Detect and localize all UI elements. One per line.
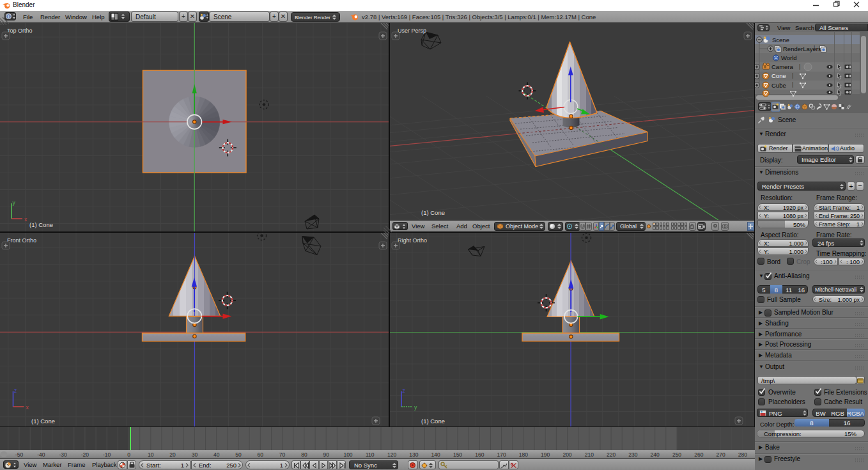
svg-text:(1) Cone: (1) Cone: [29, 221, 53, 228]
svg-text:User Persp: User Persp: [398, 27, 426, 34]
svg-text:Front Ortho: Front Ortho: [7, 237, 36, 244]
svg-text:(1) Cone: (1) Cone: [421, 418, 445, 425]
svg-text:z: z: [14, 388, 17, 394]
svg-text:Right Ortho: Right Ortho: [398, 237, 427, 244]
svg-text:z: z: [403, 388, 405, 394]
svg-text:(1) Cone: (1) Cone: [31, 418, 55, 425]
svg-text:Top Ortho: Top Ortho: [7, 27, 33, 34]
svg-text:(1) Cone: (1) Cone: [421, 209, 445, 216]
